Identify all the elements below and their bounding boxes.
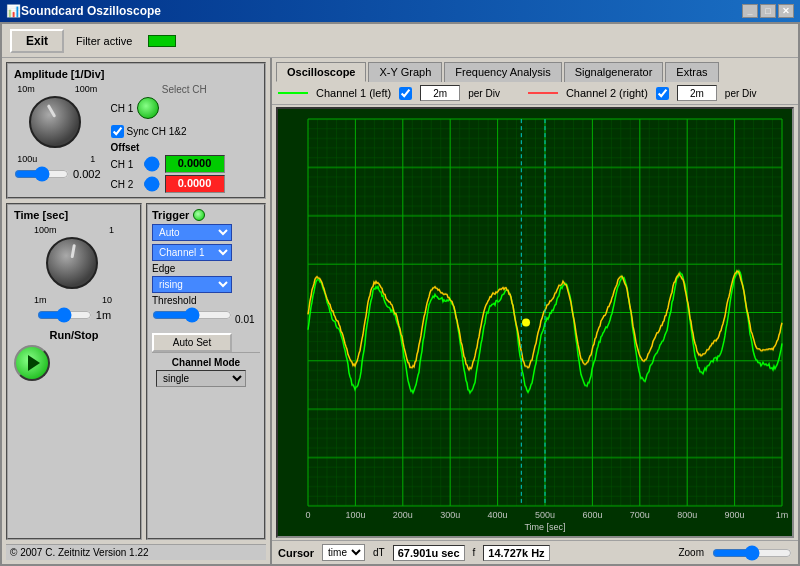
amp-label-br: 1 [90,154,95,164]
time-label-tr: 1 [109,225,114,235]
filter-indicator [148,35,176,47]
tab-xy-graph[interactable]: X-Y Graph [368,62,442,82]
threshold-slider[interactable] [152,307,232,323]
trigger-mode-select[interactable]: Auto [152,224,232,241]
ch2-offset-slider[interactable] [143,176,161,192]
zoom-slider[interactable] [712,545,792,561]
ch1-label-select: CH 1 [111,103,134,114]
f-value: 14.727k Hz [483,545,549,561]
sync-checkbox[interactable] [111,125,124,138]
time-label-br: 10 [102,295,112,305]
ch1-offset-label: CH 1 [111,159,139,170]
content-area: Amplitude [1/Div] 10m 100m 100u 1 [2,58,798,564]
channel-mode-select[interactable]: single [156,370,246,387]
time-slider-row: 1m [14,307,134,323]
main-window: Exit Filter active Amplitude [1/Div] 10m… [0,22,800,566]
exit-button[interactable]: Exit [10,29,64,53]
time-slider-value: 1m [96,309,111,321]
ch1-per-div-input[interactable] [420,85,460,101]
auto-set-row: Auto Set [152,329,260,352]
trigger-mode-row: Auto [152,224,260,241]
window-icon: 📊 [6,4,21,18]
ch1-line-indicator [278,92,308,94]
ch1-channel-label: Channel 1 (left) [316,87,391,99]
minimize-button[interactable]: _ [742,4,758,18]
ch2-per-div-input[interactable] [677,85,717,101]
ch1-offset-slider[interactable] [143,156,161,172]
channel-row: Channel 1 (left) per Div Channel 2 (righ… [272,82,798,105]
amplitude-knob-indicator [47,104,57,118]
auto-set-button[interactable]: Auto Set [152,333,232,352]
amplitude-slider-row: 0.002 [14,166,101,182]
ch1-offset-row: CH 1 0.0000 [111,155,258,173]
amplitude-slider[interactable] [14,166,69,182]
time-label-bl: 1m [34,295,47,305]
time-section: Time [sec] 100m 1 1m 10 1m [6,203,142,540]
ch2-checkbox[interactable] [656,87,669,100]
run-stop-button[interactable] [14,345,50,381]
sync-label: Sync CH 1&2 [127,126,187,137]
cursor-label: Cursor [278,547,314,559]
tab-bar: Oscilloscope X-Y Graph Frequency Analysi… [272,58,798,82]
dt-label: dT [373,547,385,558]
oscilloscope-canvas[interactable] [278,109,792,536]
ch2-per-div-label: per Div [725,88,757,99]
amp-label-tl: 10m [17,84,35,94]
cursor-type-select[interactable]: time [322,544,365,561]
run-stop-section: Run/Stop [14,329,134,381]
amplitude-section: Amplitude [1/Div] 10m 100m 100u 1 [6,62,266,199]
tab-oscilloscope[interactable]: Oscilloscope [276,62,366,82]
amplitude-knob[interactable] [29,96,81,148]
title-bar-buttons: _ □ ✕ [742,4,794,18]
ch2-offset-row: CH 2 0.0000 [111,175,258,193]
tab-extras[interactable]: Extras [665,62,718,82]
amp-label-tr: 100m [75,84,98,94]
ch1-checkbox[interactable] [399,87,412,100]
zoom-label: Zoom [678,547,704,558]
channel-mode-label: Channel Mode [156,357,256,368]
run-stop-label: Run/Stop [14,329,134,341]
status-bar: Cursor time dT 67.901u sec f 14.727k Hz … [272,540,798,564]
offset-title: Offset [111,142,258,153]
select-ch-label: Select CH [111,84,258,95]
threshold-value: 0.01 [235,314,254,325]
trigger-channel-row: Channel 1 [152,244,260,261]
edge-label: Edge [152,263,260,274]
trigger-title-row: Trigger [152,209,260,221]
ch2-offset-label: CH 2 [111,179,139,190]
threshold-label: Threshold [152,295,260,306]
title-bar: 📊 Soundcard Oszilloscope _ □ ✕ [0,0,800,22]
offset-area: Offset CH 1 0.0000 CH 2 0.0000 [111,142,258,193]
amplitude-slider-value: 0.002 [73,168,101,180]
ch1-led [137,97,159,119]
tab-signalgenerator[interactable]: Signalgenerator [564,62,664,82]
maximize-button[interactable]: □ [760,4,776,18]
ch1-per-div-label: per Div [468,88,500,99]
trigger-edge-row: rising [152,276,260,293]
time-knob-indicator [71,244,76,258]
play-icon [28,355,40,371]
left-panel: Amplitude [1/Div] 10m 100m 100u 1 [2,58,272,564]
ch2-line-indicator [528,92,558,94]
right-panel: Oscilloscope X-Y Graph Frequency Analysi… [272,58,798,564]
trigger-edge-select[interactable]: rising [152,276,232,293]
copyright: © 2007 C. Zeitnitz Version 1.22 [6,544,266,560]
dt-value: 67.901u sec [393,545,465,561]
close-button[interactable]: ✕ [778,4,794,18]
time-slider[interactable] [37,307,92,323]
ch1-offset-value[interactable]: 0.0000 [165,155,225,173]
oscilloscope-display [276,107,794,538]
ch2-offset-value[interactable]: 0.0000 [165,175,225,193]
tab-frequency-analysis[interactable]: Frequency Analysis [444,62,561,82]
trigger-channel-select[interactable]: Channel 1 [152,244,232,261]
trigger-section: Trigger Auto Channel 1 Edge [146,203,266,540]
trigger-led [193,209,205,221]
filter-label: Filter active [76,35,132,47]
time-knob-area: 100m 1 1m 10 [34,225,114,305]
time-label-tl: 100m [34,225,57,235]
amplitude-knob-area: 10m 100m 100u 1 [17,84,97,164]
time-knob[interactable] [46,237,98,289]
time-title: Time [sec] [14,209,134,221]
f-label: f [473,547,476,558]
ch2-channel-label: Channel 2 (right) [566,87,648,99]
